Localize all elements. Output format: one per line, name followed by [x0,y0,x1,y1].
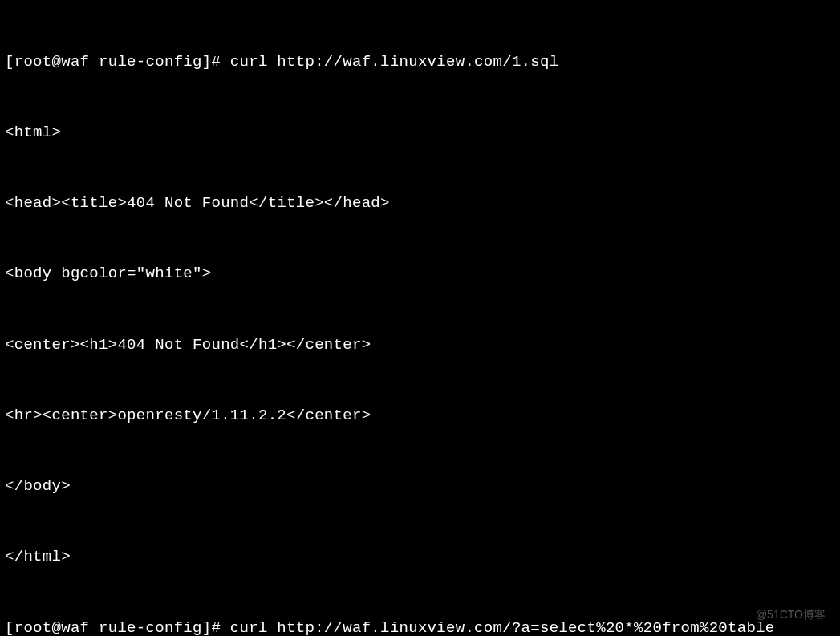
terminal-line: [root@waf rule-config]# curl http://waf.… [5,51,835,74]
terminal-line: <head><title>404 Not Found</title></head… [5,192,835,215]
terminal-output[interactable]: [root@waf rule-config]# curl http://waf.… [5,3,835,636]
terminal-line: <hr><center>openresty/1.11.2.2</center> [5,404,835,427]
terminal-line: <body bgcolor="white"> [5,262,835,286]
terminal-line: </html> [5,545,835,569]
terminal-line: <html> [5,121,835,144]
terminal-line: <center><h1>404 Not Found</h1></center> [5,334,835,357]
terminal-line: </body> [5,475,835,498]
terminal-line: [root@waf rule-config]# curl http://waf.… [5,617,835,636]
watermark-text: @51CTO博客 [756,603,826,626]
